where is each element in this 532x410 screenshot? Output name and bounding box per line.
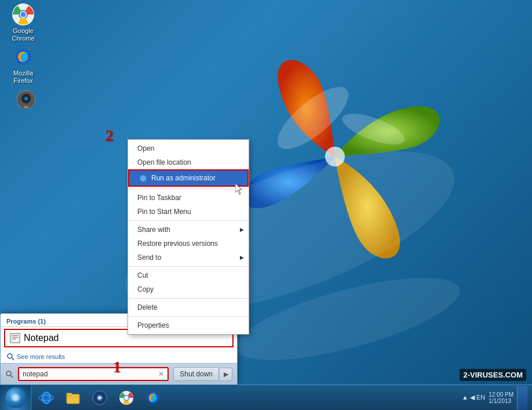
search-input-wrapper[interactable]: ✕ xyxy=(18,367,169,381)
svg-point-23 xyxy=(13,395,19,401)
ctx-pin-start[interactable]: Pin to Start Menu xyxy=(128,205,249,219)
svg-rect-18 xyxy=(12,339,16,340)
ctx-open[interactable]: Open xyxy=(128,141,249,155)
chrome-taskbar-icon xyxy=(118,390,134,406)
svg-line-20 xyxy=(12,358,14,361)
start-button[interactable] xyxy=(0,385,31,411)
chrome-icon xyxy=(12,3,35,26)
svg-rect-13 xyxy=(24,106,28,108)
ctx-copy[interactable]: Copy xyxy=(128,282,249,296)
svg-rect-16 xyxy=(12,335,18,336)
ctx-restore-versions-label: Restore previous versions xyxy=(137,240,218,248)
see-more-results[interactable]: See more results xyxy=(6,353,65,361)
mediaplayer-icon xyxy=(92,390,108,406)
ctx-properties-label: Properties xyxy=(137,321,169,329)
ie-icon xyxy=(38,390,54,406)
notepad-label: Notepad xyxy=(24,333,59,343)
shutdown-arrow-button[interactable]: ▶ xyxy=(220,368,232,381)
start-orb xyxy=(5,387,26,408)
firefox-label: Mozilla Firefox xyxy=(3,70,43,85)
ctx-run-as-admin[interactable]: Run as administrator xyxy=(128,169,249,187)
taskbar-time: ▲ ◀ EN xyxy=(462,394,485,401)
ctx-cut[interactable]: Cut xyxy=(128,269,249,282)
mouse-cursor xyxy=(235,183,243,197)
svg-point-24 xyxy=(41,392,52,404)
ctx-pin-taskbar[interactable]: Pin to Taskbar xyxy=(128,191,249,205)
ctx-share-with-label: Share with xyxy=(137,226,170,234)
ctx-send-to[interactable]: Send to xyxy=(128,251,249,264)
ctx-copy-label: Copy xyxy=(137,285,154,293)
taskbar-mediaplayer[interactable] xyxy=(87,386,112,409)
svg-point-19 xyxy=(8,354,12,358)
taskbar-right: ▲ ◀ EN 12:00 PM1/1/2013 xyxy=(457,386,532,409)
show-desktop-button[interactable] xyxy=(517,386,527,409)
search-input[interactable] xyxy=(23,370,156,378)
svg-point-34 xyxy=(125,396,129,400)
taskbar-explorer[interactable] xyxy=(60,386,86,409)
svg-point-12 xyxy=(25,97,27,100)
firefox-icon xyxy=(12,45,35,68)
svg-line-22 xyxy=(11,376,13,378)
taskbar-items xyxy=(31,386,457,409)
desktop: Google Chrome Mozilla Firefox xyxy=(0,0,532,410)
ctx-pin-start-label: Pin to Start Menu xyxy=(137,208,191,216)
search-clear-button[interactable]: ✕ xyxy=(158,370,164,378)
firefox-taskbar-icon xyxy=(145,390,161,406)
search-icon xyxy=(5,370,13,378)
shutdown-area: Shut down ▶ xyxy=(173,367,232,381)
ctx-sep-5 xyxy=(128,316,249,317)
ctx-pin-taskbar-label: Pin to Taskbar xyxy=(137,194,181,202)
desktop-icon-webcam[interactable] xyxy=(6,88,46,111)
ctx-open-label: Open xyxy=(137,144,154,153)
ctx-cut-label: Cut xyxy=(137,271,148,280)
taskbar-ie[interactable] xyxy=(34,386,59,409)
shutdown-button[interactable]: Shut down xyxy=(173,367,219,381)
taskbar-clock: 12:00 PM1/1/2013 xyxy=(489,391,513,404)
search-icon-sm xyxy=(6,353,14,361)
shield-icon xyxy=(139,173,148,183)
context-menu: Open Open file location Run as administr… xyxy=(127,139,249,335)
ctx-restore-versions[interactable]: Restore previous versions xyxy=(128,237,249,251)
taskbar: ▲ ◀ EN 12:00 PM1/1/2013 xyxy=(0,384,532,410)
ctx-sep-1 xyxy=(128,188,249,189)
ctx-delete-label: Delete xyxy=(137,303,158,311)
desktop-icon-chrome[interactable]: Google Chrome xyxy=(3,3,43,42)
ctx-delete[interactable]: Delete xyxy=(128,300,249,314)
ctx-properties[interactable]: Properties xyxy=(128,318,249,332)
notepad-icon xyxy=(10,333,20,343)
svg-rect-28 xyxy=(67,393,72,396)
svg-rect-17 xyxy=(12,337,18,338)
ctx-sep-2 xyxy=(128,220,249,221)
explorer-icon xyxy=(65,390,81,406)
chrome-label: Google Chrome xyxy=(3,27,43,42)
ctx-share-with[interactable]: Share with xyxy=(128,223,249,237)
ctx-sep-4 xyxy=(128,298,249,299)
ctx-run-as-label: Run as administrator xyxy=(151,174,216,182)
taskbar-firefox[interactable] xyxy=(140,386,166,409)
ctx-open-file-location[interactable]: Open file location xyxy=(128,155,249,169)
taskbar-chrome[interactable] xyxy=(114,386,139,409)
svg-point-21 xyxy=(6,371,11,376)
step-2: 2 xyxy=(105,126,114,145)
svg-point-6 xyxy=(21,12,26,17)
ctx-open-file-location-label: Open file location xyxy=(137,158,191,166)
ctx-sep-3 xyxy=(128,266,249,267)
svg-rect-14 xyxy=(22,108,30,109)
webcam-icon xyxy=(14,88,38,111)
ctx-send-to-label: Send to xyxy=(137,253,161,262)
desktop-icon-firefox[interactable]: Mozilla Firefox xyxy=(3,45,43,85)
step-1: 1 xyxy=(113,358,121,376)
watermark: 2-VIRUSES.COM xyxy=(460,369,526,381)
